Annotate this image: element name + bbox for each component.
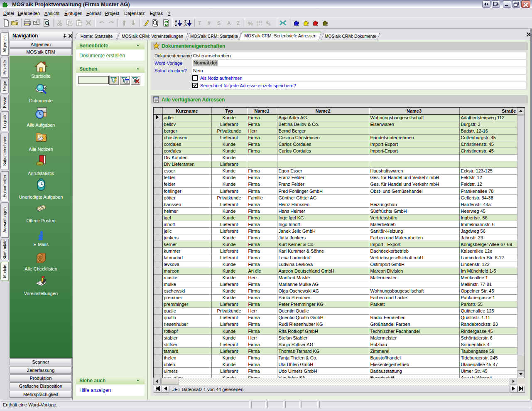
svg-text:A: A [184, 23, 187, 27]
svg-text:Z: Z [175, 23, 177, 27]
